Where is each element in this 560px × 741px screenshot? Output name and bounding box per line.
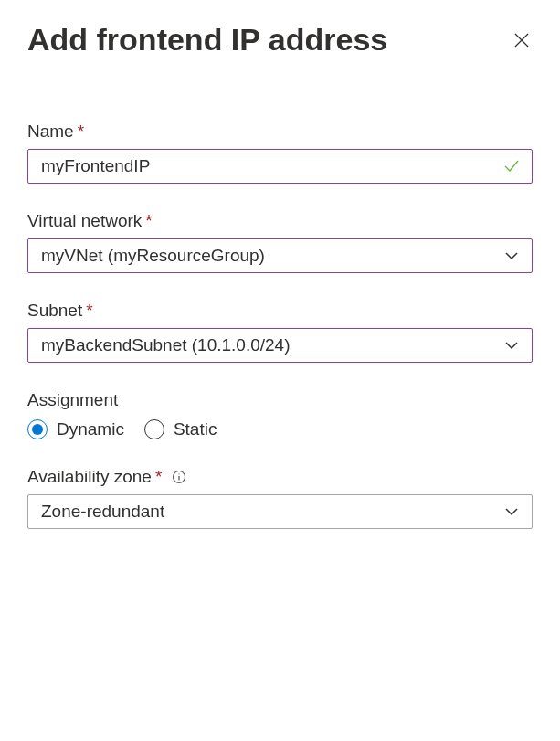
radio-static[interactable]: Static [144, 419, 217, 439]
vnet-select[interactable]: myVNet (myResourceGroup) [27, 238, 533, 273]
assignment-radio-group: Dynamic Static [27, 419, 533, 439]
vnet-value: myVNet (myResourceGroup) [41, 246, 265, 266]
name-input-wrapper [27, 149, 533, 184]
radio-circle [144, 419, 164, 439]
name-label: Name [27, 122, 74, 142]
field-label-row: Name * [27, 122, 533, 142]
name-input[interactable] [27, 149, 533, 184]
radio-dynamic[interactable]: Dynamic [27, 419, 124, 439]
close-button[interactable] [511, 29, 533, 51]
subnet-value: myBackendSubnet (10.1.0.0/24) [41, 335, 291, 355]
required-indicator: * [145, 211, 152, 231]
field-label-row: Subnet * [27, 301, 533, 321]
subnet-select-wrapper: myBackendSubnet (10.1.0.0/24) [27, 328, 533, 363]
subnet-label: Subnet [27, 301, 82, 321]
zone-select[interactable]: Zone-redundant [27, 494, 533, 529]
radio-circle [27, 419, 48, 439]
vnet-label: Virtual network [27, 211, 142, 231]
check-icon [502, 156, 522, 176]
info-icon[interactable] [171, 469, 187, 485]
page-title: Add frontend IP address [27, 22, 387, 58]
zone-value: Zone-redundant [41, 502, 164, 522]
zone-select-wrapper: Zone-redundant [27, 494, 533, 529]
field-subnet: Subnet * myBackendSubnet (10.1.0.0/24) [27, 301, 533, 363]
svg-point-4 [179, 473, 180, 474]
radio-dot [32, 424, 43, 435]
required-indicator: * [86, 301, 92, 321]
vnet-select-wrapper: myVNet (myResourceGroup) [27, 238, 533, 273]
assignment-label: Assignment [27, 390, 533, 410]
field-name: Name * [27, 122, 533, 184]
subnet-select[interactable]: myBackendSubnet (10.1.0.0/24) [27, 328, 533, 363]
field-assignment: Assignment Dynamic Static [27, 390, 533, 439]
radio-dynamic-label: Dynamic [57, 419, 124, 439]
field-virtual-network: Virtual network * myVNet (myResourceGrou… [27, 211, 533, 273]
field-availability-zone: Availability zone * Zone-redundant [27, 467, 533, 529]
required-indicator: * [78, 122, 84, 142]
radio-static-label: Static [174, 419, 217, 439]
panel-header: Add frontend IP address [27, 22, 533, 58]
zone-label: Availability zone [27, 467, 152, 487]
close-icon [512, 31, 531, 49]
field-label-row: Virtual network * [27, 211, 533, 231]
field-label-row: Availability zone * [27, 467, 533, 487]
required-indicator: * [155, 467, 162, 487]
